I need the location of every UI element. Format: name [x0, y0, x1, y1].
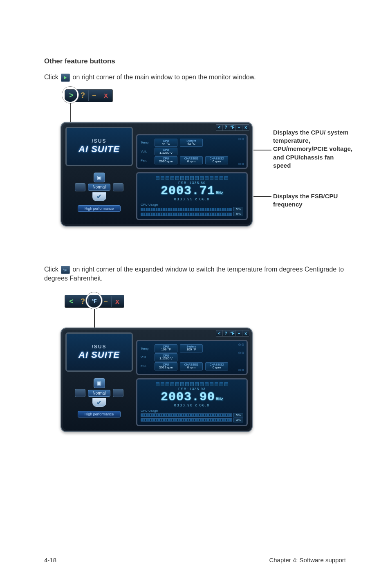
help-button-mini[interactable]: ? [223, 330, 229, 336]
fan-cpu-reading: CPU2980 rpm [155, 156, 177, 164]
usage-pct-2: 4% [233, 418, 243, 422]
unit-toggle-button[interactable]: °F [229, 330, 236, 336]
minimize-button[interactable]: – [89, 90, 100, 101]
freq-digits: 2003.71 [161, 184, 215, 198]
close-button[interactable]: x [100, 90, 112, 101]
annotation-leader [253, 150, 271, 150]
temp-nav-dots[interactable] [238, 343, 244, 346]
mhz-unit: MHz [216, 397, 223, 402]
mode-row: Normal [75, 389, 123, 397]
temp-label: Temp. [141, 141, 152, 144]
fan-cpu-value: 2980 rpm [157, 160, 175, 164]
close-button-mini[interactable]: x [242, 125, 249, 130]
usage-bar-fill [141, 208, 232, 211]
expand-button[interactable]: > [66, 90, 77, 101]
ai-suite-logo-text: AI SUITE [78, 144, 120, 155]
mode-prev-button[interactable] [75, 183, 85, 191]
close-glyph: x [115, 297, 119, 306]
section-heading: Other feature buttons [44, 57, 346, 65]
ai-suite-window-2: /SUS AI SUITE ▣ Normal ✔ High performanc… [61, 328, 253, 432]
asus-logo-text: /SUS [92, 344, 106, 350]
fan-ch2-reading: CHASSIS20 rpm [205, 156, 228, 164]
cpu-usage-label: CPU Usage [141, 409, 243, 413]
unit-toggle-button[interactable]: °F [229, 125, 236, 130]
mode-next-button[interactable] [113, 389, 123, 397]
temp-cpu-value: 109 °F [157, 348, 175, 352]
volt-row: Volt. CPU1.1280 V [141, 353, 243, 361]
monitor-icon[interactable]: ▣ [94, 173, 105, 182]
volt-nav-dots[interactable] [238, 352, 244, 354]
mode-down-button[interactable]: ✔ [92, 398, 106, 407]
frequency-panel: FSB: 1335.93 2003.90MHz 0333.98 x 06.0 C… [136, 378, 248, 426]
temp-cpu-reading: CPU44 °C [155, 139, 177, 147]
annotation-leader [253, 196, 271, 197]
mode-badge: Normal [88, 390, 110, 397]
fan-ch2-value: 0 rpm [207, 366, 226, 370]
cpu-usage-label: CPU Usage [141, 203, 243, 206]
temp-cpu-reading: CPU109 °F [155, 344, 177, 352]
minimize-button-mini[interactable]: – [236, 125, 242, 130]
mode-cluster: ▣ Normal ✔ High performance [65, 378, 133, 427]
volt-cpu-value: 1.1280 V [157, 357, 175, 361]
volt-label: Volt. [141, 355, 152, 359]
temp-row: Temp. CPU44 °C System43 °C [141, 139, 243, 147]
fan-row: Fan. CPU2980 rpm CHASSIS10 rpm CHASSIS20… [141, 156, 243, 164]
collapse-button[interactable]: < [216, 125, 223, 130]
fan-nav-dots[interactable] [238, 369, 244, 371]
collapse-button[interactable]: < [216, 330, 223, 336]
figure-1: > ? – x /SUS AI SUITE ▣ Normal ✔ High pe… [61, 89, 355, 245]
help-button[interactable]: ? [77, 296, 89, 307]
volt-cpu-reading: CPU1.1280 V [155, 148, 177, 156]
usage-pct-1: 5% [233, 413, 243, 417]
leader-line [70, 103, 71, 122]
mode-next-button[interactable] [113, 183, 123, 191]
mode-prev-button[interactable] [75, 389, 85, 397]
unit-toggle-button[interactable]: °F [89, 296, 100, 307]
titlebar-button-strip-2: < ? °F – x [65, 295, 124, 308]
fan-row: Fan. CPU3013 rpm CHASSIS10 rpm CHASSIS20… [141, 362, 243, 370]
usage-pct-2: 8% [233, 212, 243, 216]
brand-box: /SUS AI SUITE [65, 332, 133, 372]
para2-prefix: Click [44, 266, 60, 273]
titlebar-button-strip: > ? – x [65, 89, 113, 102]
mode-row: Normal [75, 183, 123, 191]
cpu-usage-bar-1: 5% [141, 413, 243, 417]
page-footer: 4-18 Chapter 4: Software support [44, 553, 346, 563]
asus-logo-text: /SUS [92, 138, 106, 144]
minimize-button[interactable]: – [100, 296, 112, 307]
monitor-icon[interactable]: ▣ [94, 378, 105, 388]
fan-cpu-reading: CPU3013 rpm [155, 362, 177, 370]
help-button-mini[interactable]: ? [223, 125, 229, 130]
sensor-panel: Temp. CPU109 °F System109 °F Volt. CPU1.… [136, 340, 248, 375]
high-performance-label: High performance [78, 205, 121, 212]
temp-label: Temp. [141, 347, 152, 350]
cpu-usage-bar-2: 8% [141, 212, 243, 216]
left-pane: /SUS AI SUITE ▣ Normal ✔ High performanc… [65, 127, 133, 222]
fan-cpu-value: 3013 rpm [157, 366, 175, 370]
multiplier-line: 0333.95 x 06.0 [141, 197, 243, 201]
close-button-mini[interactable]: x [242, 330, 249, 336]
left-pane: /SUS AI SUITE ▣ Normal ✔ High performanc… [65, 332, 133, 427]
close-button[interactable]: x [112, 296, 123, 307]
mhz-unit: MHz [216, 191, 223, 195]
fan-ch1-value: 0 rpm [182, 160, 201, 164]
volt-cpu-reading: CPU1.1280 V [155, 353, 177, 361]
temp-nav-dots[interactable] [238, 138, 244, 140]
volt-row: Volt. CPU1.1280 V [141, 148, 243, 156]
collapse-button[interactable]: < [66, 296, 77, 307]
fan-nav-dots[interactable] [238, 163, 244, 165]
unit-toggle-icon: °F [61, 266, 70, 274]
cpu-frequency-value: 2003.90MHz [141, 391, 243, 403]
volt-cpu-value: 1.1280 V [157, 151, 175, 155]
help-button[interactable]: ? [77, 90, 89, 101]
collapse-glyph: < [69, 297, 74, 306]
minimize-glyph: – [103, 297, 108, 306]
mode-down-button[interactable]: ✔ [92, 192, 106, 201]
sensor-panel: Temp. CPU44 °C System43 °C Volt. CPU1.12… [136, 134, 248, 169]
annotation-frequency: Displays the FSB/CPU frequency [273, 192, 353, 209]
fan-label: Fan. [141, 364, 152, 368]
temp-sys-reading: System43 °C [180, 139, 203, 147]
minimize-button-mini[interactable]: – [236, 330, 242, 336]
usage-pct-1: 5% [233, 207, 243, 211]
para2-suffix: on right corner of the expanded window t… [44, 266, 344, 282]
